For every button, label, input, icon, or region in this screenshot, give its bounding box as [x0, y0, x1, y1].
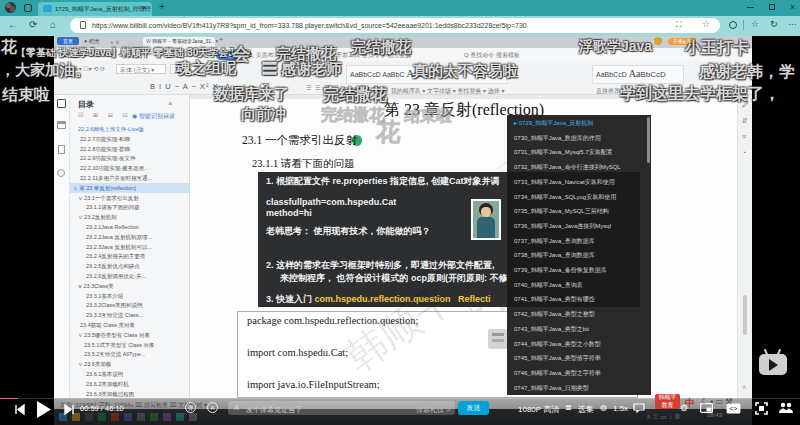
svg-text:<>: <> [729, 405, 737, 412]
